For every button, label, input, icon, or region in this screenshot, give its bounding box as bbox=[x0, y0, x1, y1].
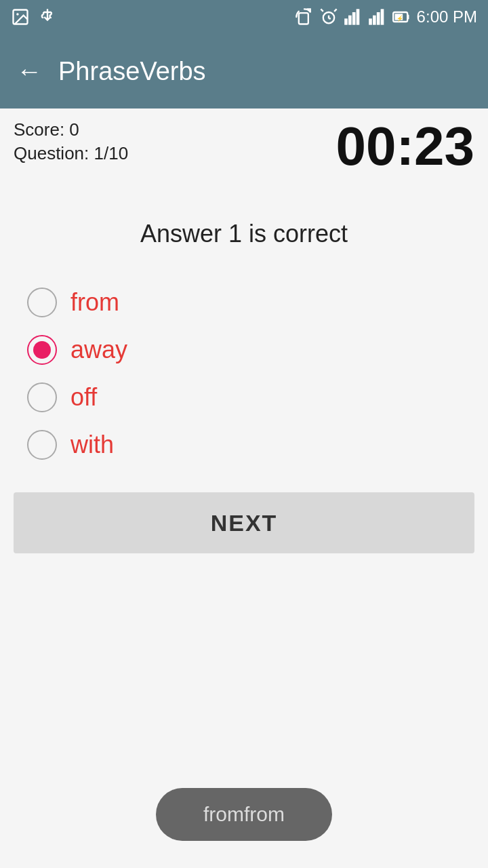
next-button[interactable]: NEXT bbox=[14, 492, 474, 553]
svg-rect-11 bbox=[356, 9, 359, 24]
svg-rect-14 bbox=[376, 12, 380, 25]
svg-line-7 bbox=[334, 9, 337, 12]
fromfrom-button[interactable]: fromfrom bbox=[156, 788, 332, 841]
alarm-icon bbox=[319, 7, 338, 26]
option-away-label: away bbox=[70, 336, 127, 364]
svg-point-1 bbox=[16, 13, 19, 16]
answer-feedback: Answer 1 is correct bbox=[140, 220, 348, 248]
option-away[interactable]: away bbox=[27, 330, 461, 370]
main-content: Answer 1 is correct from away off with N… bbox=[0, 179, 488, 747]
svg-rect-12 bbox=[369, 18, 372, 24]
radio-with[interactable] bbox=[27, 430, 57, 460]
svg-rect-10 bbox=[352, 12, 355, 25]
usb-icon bbox=[38, 7, 57, 26]
timer-display: 00:23 bbox=[336, 119, 474, 174]
svg-line-6 bbox=[321, 9, 323, 12]
signal-bars-2-icon bbox=[368, 7, 387, 26]
svg-rect-9 bbox=[348, 16, 352, 25]
rotation-icon bbox=[295, 7, 314, 26]
image-icon bbox=[11, 7, 30, 26]
options-list: from away off with bbox=[14, 282, 474, 465]
option-off[interactable]: off bbox=[27, 377, 461, 418]
radio-from[interactable] bbox=[27, 288, 57, 317]
radio-off[interactable] bbox=[27, 382, 57, 412]
signal-bars-1-icon bbox=[344, 7, 363, 26]
option-with-label: with bbox=[70, 431, 114, 459]
svg-rect-13 bbox=[373, 16, 376, 25]
bottom-section: fromfrom bbox=[0, 747, 488, 868]
svg-rect-15 bbox=[380, 9, 384, 24]
app-title: PhraseVerbs bbox=[58, 57, 206, 86]
back-button[interactable]: ← bbox=[16, 57, 42, 86]
radio-away-inner bbox=[33, 341, 51, 359]
battery-icon: ⚡ bbox=[392, 7, 411, 26]
status-bar-right: ⚡ 6:00 PM bbox=[295, 7, 477, 26]
time-display: 6:00 PM bbox=[417, 7, 477, 26]
score-display: Score: 0 bbox=[14, 119, 128, 140]
option-with[interactable]: with bbox=[27, 425, 461, 465]
option-off-label: off bbox=[70, 383, 97, 412]
score-area: Score: 0 Question: 1/10 00:23 bbox=[0, 108, 488, 179]
svg-rect-8 bbox=[344, 18, 348, 24]
app-bar: ← PhraseVerbs bbox=[0, 34, 488, 108]
status-bar: ⚡ 6:00 PM bbox=[0, 0, 488, 34]
svg-rect-2 bbox=[298, 13, 308, 24]
option-from-label: from bbox=[70, 288, 119, 317]
score-info: Score: 0 Question: 1/10 bbox=[14, 119, 128, 164]
svg-text:⚡: ⚡ bbox=[396, 15, 403, 22]
option-from[interactable]: from bbox=[27, 282, 461, 323]
next-button-wrap: NEXT bbox=[14, 492, 474, 553]
question-display: Question: 1/10 bbox=[14, 143, 128, 164]
status-bar-left bbox=[11, 7, 57, 26]
radio-away[interactable] bbox=[27, 335, 57, 365]
